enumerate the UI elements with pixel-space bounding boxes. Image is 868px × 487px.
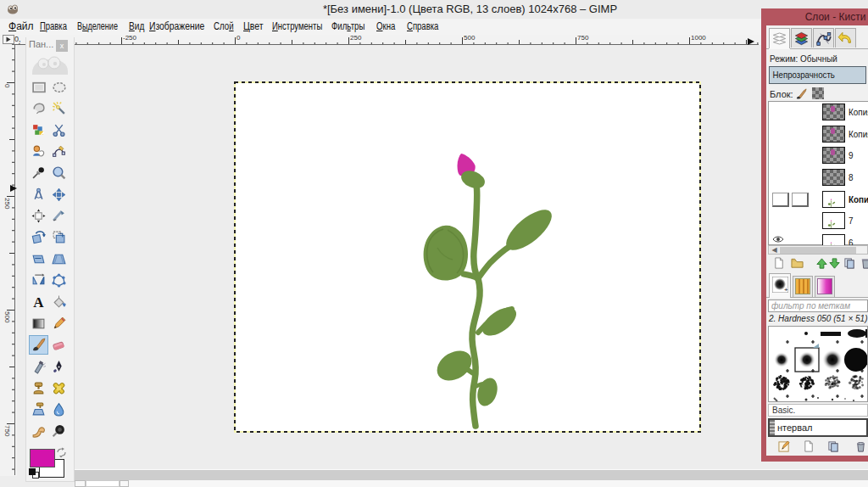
svg-text:+: + <box>784 286 788 293</box>
svg-text:A: A <box>33 295 44 310</box>
